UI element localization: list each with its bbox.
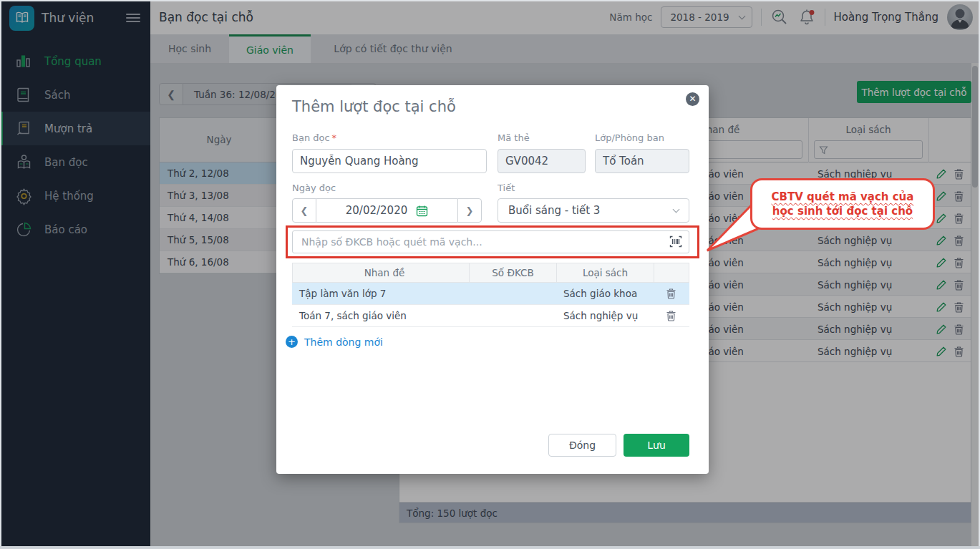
- lop-phong-ban-label: Lớp/Phòng ban: [595, 132, 664, 143]
- window-frame: [0, 0, 1, 549]
- date-prev-button[interactable]: ❮: [292, 198, 316, 223]
- date-picker-group: ❮ 20/02/2020 ❯: [292, 198, 482, 223]
- chevron-down-icon: [673, 206, 680, 213]
- col-header-actions: [654, 263, 689, 282]
- add-row-link[interactable]: + Thêm dòng mới: [286, 336, 383, 348]
- date-value-field[interactable]: 20/02/2020: [316, 198, 457, 223]
- modal-table-header: Nhan đề Số ĐKCB Loại sách: [292, 263, 689, 283]
- delete-icon[interactable]: [666, 310, 676, 321]
- add-reading-modal: ✕ Thêm lượt đọc tại chỗ Bạn đọc* Mã thẻ …: [276, 85, 709, 474]
- modal-table-row[interactable]: Toán 7, sách giáo viên Sách nghiệp vụ: [292, 305, 689, 327]
- ngay-doc-label: Ngày đọc: [292, 183, 336, 193]
- date-next-button[interactable]: ❯: [457, 198, 482, 223]
- col-header-loai-sach: Loại sách: [557, 263, 654, 282]
- save-button[interactable]: Lưu: [624, 434, 689, 457]
- required-asterisk: *: [332, 132, 337, 143]
- tiet-label: Tiết: [498, 183, 515, 193]
- modal-book-table: Nhan đề Số ĐKCB Loại sách Tập làm văn lớ…: [292, 263, 689, 327]
- window-frame: [0, 546, 980, 549]
- calendar-icon: [416, 205, 428, 217]
- tiet-select[interactable]: Buổi sáng - tiết 3: [498, 198, 689, 223]
- callout-text-line1: CBTV quét mã vạch của: [772, 190, 914, 204]
- callout-text-line2: học sinh tới đọc tại chỗ: [772, 204, 913, 218]
- col-header-nhan-de: Nhan đề: [293, 263, 470, 282]
- delete-icon[interactable]: [666, 288, 676, 299]
- lop-phong-ban-input[interactable]: [595, 149, 689, 173]
- modal-close-button[interactable]: ✕: [686, 92, 699, 106]
- plus-icon: +: [286, 336, 298, 348]
- barcode-input[interactable]: [292, 230, 689, 253]
- window-frame: [0, 0, 980, 1]
- ban-doc-input[interactable]: [292, 149, 487, 173]
- ma-the-input[interactable]: [498, 149, 586, 173]
- app-window: Thư viện Tổng quan Sách: [0, 0, 980, 549]
- ma-the-label: Mã thẻ: [498, 132, 530, 143]
- annotation-callout: CBTV quét mã vạch của học sinh tới đọc t…: [750, 178, 935, 230]
- col-header-so-dkcb: Số ĐKCB: [470, 263, 557, 282]
- barcode-scan-icon[interactable]: [669, 235, 683, 248]
- modal-buttons: Đóng Lưu: [548, 434, 689, 457]
- ban-doc-label: Bạn đọc*: [292, 132, 336, 143]
- close-button[interactable]: Đóng: [548, 434, 616, 457]
- barcode-field-wrap: [292, 230, 689, 253]
- modal-title: Thêm lượt đọc tại chỗ: [292, 98, 456, 115]
- modal-table-row[interactable]: Tập làm văn lớp 7 Sách giáo khoa: [292, 283, 689, 305]
